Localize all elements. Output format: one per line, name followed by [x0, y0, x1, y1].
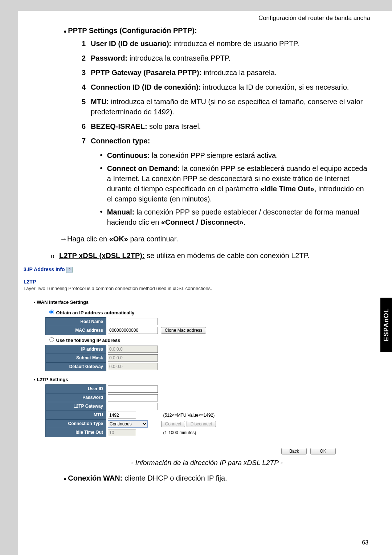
item-4-label: Connection ID (ID de conexión):	[91, 83, 201, 91]
sub-continuous-text: la conexión PPP siempre estará activa.	[150, 151, 278, 159]
radio-manual-ip[interactable]	[49, 337, 54, 342]
num-6: 6	[82, 121, 91, 131]
back-button[interactable]: Back	[281, 448, 307, 454]
radio-auto-ip[interactable]	[49, 310, 54, 314]
mtu-hint: (512<=MTU Value<=1492)	[163, 413, 215, 418]
sub-manual-bold: «Connect / Disconnect»	[161, 218, 244, 226]
arrow-ok: «OK»	[109, 235, 128, 243]
password-label: Password	[46, 393, 106, 402]
subnet-input	[108, 354, 158, 362]
item-2-label: Password:	[91, 54, 127, 62]
page-number: 63	[362, 539, 368, 546]
item-3-label: PPTP Gateway (Pasarela PPTP):	[91, 69, 201, 77]
item-3-text: introduzca la pasarela.	[201, 69, 277, 77]
connect-button[interactable]: Connect	[161, 421, 185, 427]
idle-label: Idle Time Out	[46, 428, 106, 437]
l2tp-heading-text: se utiliza en módems de cable con conexi…	[145, 252, 310, 260]
sub-demand-bold: «Idle Time Out»	[260, 185, 314, 193]
clone-mac-button[interactable]: Clone Mac address	[161, 327, 206, 334]
l2tp-gw-input[interactable]	[108, 403, 158, 410]
o-marker: o	[51, 253, 54, 260]
conntype-label: Connection Type	[46, 420, 106, 428]
subnet-label: Subnet Mask	[46, 354, 106, 362]
mac-label: MAC address	[46, 326, 106, 335]
idle-hint: (1-1000 minutes)	[163, 430, 196, 435]
arrow-pre: →Haga clic en	[60, 235, 109, 243]
item-5-text: introduzca el tamaño de MTU (si no se es…	[91, 98, 363, 116]
wan-conn-text: cliente DHCP o dirección IP fija.	[122, 474, 227, 482]
item-1-text: introduzca el nombre de usuario PPTP.	[171, 40, 299, 48]
item-6-text: solo para Israel.	[147, 122, 201, 130]
idle-input	[108, 429, 136, 436]
item-1-label: User ID (ID de usuario):	[91, 40, 171, 48]
ip-input	[108, 346, 158, 353]
l2tp-heading: L2TP xDSL (xDSL L2TP):	[59, 252, 145, 260]
num-2: 2	[82, 53, 91, 63]
ip-label: IP address	[46, 345, 106, 354]
radio-auto-label: Obtain an IP address automatically	[56, 310, 135, 315]
ok-button[interactable]: OK	[310, 448, 336, 454]
mtu-label: MTU	[46, 411, 106, 420]
userid-label: User ID	[46, 385, 106, 393]
sub-manual-label: Manual:	[107, 208, 135, 216]
sub-demand-label: Connect on Demand:	[107, 164, 180, 172]
conntype-select[interactable]: Continuous	[108, 420, 148, 428]
l2tp-settings-header: L2TP Settings	[34, 376, 339, 383]
num-3: 3	[82, 68, 91, 78]
host-name-input[interactable]	[108, 318, 158, 325]
num-5: 5	[82, 97, 91, 117]
radio-manual-label: Use the following IP address	[56, 338, 121, 343]
mac-input[interactable]	[108, 327, 158, 334]
wan-conn-label: Conexión WAN:	[68, 474, 122, 482]
item-7-label: Connection type:	[91, 137, 150, 145]
disconnect-button[interactable]: Disconnect	[187, 421, 216, 427]
language-tab: ESPAñOL	[380, 298, 392, 352]
arrow-post: para continuar.	[128, 235, 178, 243]
gateway-label: Default Gateway	[46, 362, 106, 371]
sub-manual-text2: .	[244, 218, 246, 226]
l2tp-label: L2TP	[24, 278, 339, 286]
router-ui-panel: 3.IP Address Info ? L2TP Layer Two Tunne…	[24, 266, 339, 454]
help-icon[interactable]: ?	[66, 267, 73, 273]
host-name-label: Host Name	[46, 317, 106, 326]
userid-input[interactable]	[108, 385, 158, 393]
ip-info-title: 3.IP Address Info	[24, 266, 65, 272]
page-header: Configuración del router de banda ancha	[22, 15, 370, 22]
figure-caption: - Información de la dirección IP para xD…	[44, 458, 370, 468]
num-7: 7	[82, 136, 91, 146]
num-4: 4	[82, 82, 91, 92]
wan-settings-header: WAN Interface Settings	[34, 299, 339, 306]
gateway-input	[108, 363, 158, 370]
item-4-text: introduzca la ID de conexión, si es nece…	[201, 83, 349, 91]
item-2-text: introduzca la contraseña PPTP.	[127, 54, 230, 62]
item-6-label: BEZEQ-ISRAEL:	[91, 122, 147, 130]
mtu-input[interactable]	[108, 412, 136, 419]
l2tp-gw-label: L2TP Gateway	[46, 402, 106, 411]
num-1: 1	[82, 38, 91, 49]
sub-continuous-label: Continuous:	[107, 151, 150, 159]
item-5-label: MTU:	[91, 98, 109, 106]
password-input[interactable]	[108, 394, 158, 401]
l2tp-desc: Layer Two Tunneling Protocol is a common…	[24, 285, 339, 292]
pptp-title: PPTP Settings (Configuración PPTP):	[68, 26, 197, 34]
